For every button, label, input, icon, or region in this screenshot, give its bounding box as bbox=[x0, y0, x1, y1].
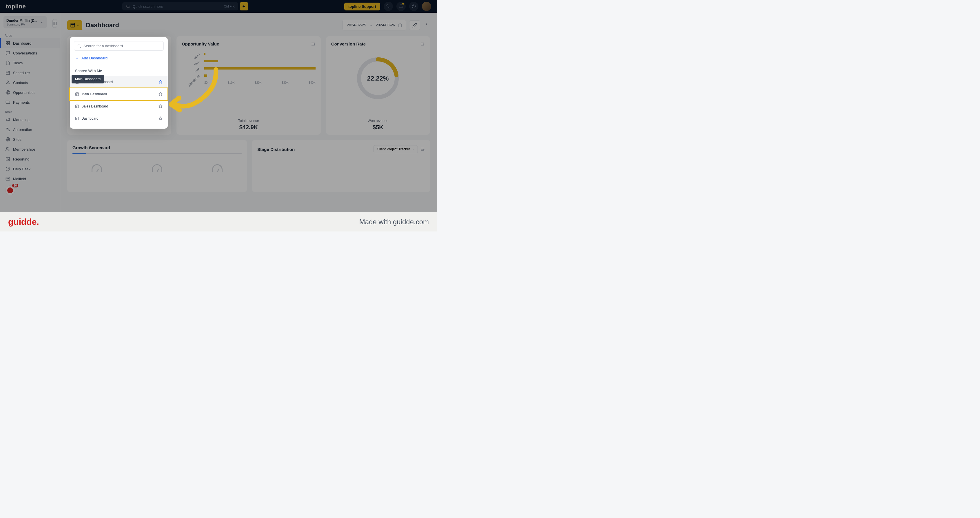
org-switcher[interactable]: Dunder Mifflin [D... Scranton, PA bbox=[3, 16, 47, 29]
svg-rect-18 bbox=[71, 23, 75, 27]
svg-rect-5 bbox=[8, 43, 10, 45]
pencil-icon bbox=[412, 23, 417, 27]
axis-tick: $40K bbox=[309, 81, 315, 84]
layout-icon bbox=[75, 92, 79, 96]
guidde-byline: Made with guidde.com bbox=[359, 218, 429, 226]
conversion-card: Conversion Rate 22.22% Won revenue $5K bbox=[326, 36, 430, 135]
growth-card: Growth Scorecard bbox=[67, 140, 247, 192]
dashboard-picker-button[interactable] bbox=[67, 20, 82, 30]
bar-fill bbox=[204, 60, 218, 62]
help-button[interactable] bbox=[409, 2, 418, 11]
edit-button[interactable] bbox=[409, 20, 420, 30]
quick-action-button[interactable] bbox=[240, 2, 248, 10]
global-search[interactable]: Quick search here Ctrl + K bbox=[122, 2, 238, 10]
target-icon bbox=[5, 90, 10, 95]
org-location: Scranton, PA bbox=[6, 22, 37, 26]
settings-icon[interactable] bbox=[311, 42, 315, 46]
nav-label: Mailfold bbox=[13, 177, 26, 181]
topbar-right: topline Support bbox=[344, 2, 431, 11]
svg-point-14 bbox=[6, 148, 8, 149]
svg-rect-12 bbox=[6, 101, 10, 103]
arrow-right-icon: → bbox=[369, 23, 373, 27]
calendar-icon bbox=[398, 23, 402, 27]
help-icon bbox=[5, 167, 10, 171]
conversion-donut: 22.22% bbox=[331, 55, 425, 102]
svg-rect-33 bbox=[76, 117, 79, 120]
page-title: Dashboard bbox=[86, 21, 119, 29]
search-icon bbox=[77, 44, 81, 48]
date-range-picker[interactable]: 2024-02-25 → 2024-03-26 bbox=[342, 20, 406, 30]
doc-icon bbox=[5, 60, 10, 65]
nav-label: Payments bbox=[13, 100, 30, 105]
nav-contacts[interactable]: Contacts bbox=[0, 78, 60, 87]
bar-track bbox=[204, 67, 315, 70]
svg-point-22 bbox=[426, 25, 427, 26]
people-icon bbox=[5, 147, 10, 151]
svg-rect-2 bbox=[53, 22, 56, 25]
svg-point-20 bbox=[426, 23, 427, 24]
nav-help-desk[interactable]: Help Desk bbox=[0, 164, 60, 174]
globe-icon bbox=[5, 137, 10, 141]
pin-icon[interactable] bbox=[159, 92, 162, 96]
card-title: Growth Scorecard bbox=[72, 145, 242, 150]
search-placeholder: Quick search here bbox=[133, 4, 222, 9]
nav-label: Reporting bbox=[13, 157, 29, 161]
svg-point-24 bbox=[314, 43, 315, 44]
nav-automation[interactable]: Automation bbox=[0, 125, 60, 134]
support-label: topline Support bbox=[348, 4, 376, 9]
nav-label: Tasks bbox=[13, 61, 22, 65]
panel-toggle[interactable] bbox=[52, 19, 57, 28]
nav-label: Conversations bbox=[13, 51, 37, 55]
dropdown-item-0[interactable]: (Default) DashboardMain Dashboard bbox=[70, 76, 168, 88]
chat-badge: 10 bbox=[12, 184, 18, 187]
svg-rect-4 bbox=[8, 41, 10, 43]
phone-button[interactable] bbox=[383, 2, 393, 11]
layout-icon bbox=[75, 104, 79, 108]
dropdown-item-3[interactable]: Dashboard bbox=[70, 113, 168, 125]
metric-label: Won revenue bbox=[326, 119, 430, 123]
search-icon bbox=[126, 4, 130, 9]
dropdown-item-1[interactable]: Main Dashboard bbox=[70, 88, 168, 100]
nav-scheduler[interactable]: Scheduler bbox=[0, 68, 60, 78]
card-title: Stage Distribution bbox=[257, 147, 295, 152]
nav-conversations[interactable]: Conversations bbox=[0, 48, 60, 58]
settings-icon[interactable] bbox=[420, 42, 425, 46]
notification-button[interactable] bbox=[396, 2, 406, 11]
settings-icon[interactable] bbox=[420, 147, 425, 151]
report-icon bbox=[5, 157, 10, 161]
more-button[interactable] bbox=[423, 21, 430, 30]
pin-icon[interactable] bbox=[159, 80, 162, 84]
nav-memberships[interactable]: Memberships bbox=[0, 144, 60, 154]
pin-icon[interactable] bbox=[159, 104, 162, 108]
section-apps: Apps bbox=[0, 31, 60, 38]
svg-point-8 bbox=[7, 81, 8, 82]
org-text: Dunder Mifflin [D... Scranton, PA bbox=[6, 19, 37, 26]
nav-payments[interactable]: Payments bbox=[0, 97, 60, 107]
svg-point-29 bbox=[78, 44, 80, 47]
nav-sites[interactable]: Sites bbox=[0, 134, 60, 144]
nav-reporting[interactable]: Reporting bbox=[0, 154, 60, 164]
add-dashboard-button[interactable]: Add Dashboard bbox=[70, 54, 168, 63]
notification-dot bbox=[402, 3, 404, 5]
nav-dashboard[interactable]: Dashboard bbox=[0, 38, 60, 48]
search-shortcut: Ctrl + K bbox=[224, 5, 235, 8]
nav-label: Contacts bbox=[13, 81, 28, 85]
dashboard-dropdown: Search for a dashboard Add Dashboard Sha… bbox=[70, 37, 168, 129]
svg-rect-7 bbox=[6, 71, 10, 75]
svg-point-25 bbox=[423, 43, 424, 44]
support-button[interactable]: topline Support bbox=[344, 3, 380, 10]
user-avatar[interactable] bbox=[422, 2, 431, 11]
opportunity-chart: OpenWonLostAbandoned$0$10K$20K$30K$40K bbox=[182, 52, 315, 84]
nav-mailfold[interactable]: Mailfold bbox=[0, 174, 60, 184]
pin-icon[interactable] bbox=[159, 116, 162, 121]
nav-opportunities[interactable]: Opportunities bbox=[0, 87, 60, 97]
dd-label: Sales Dashboard bbox=[81, 104, 108, 108]
nav-marketing[interactable]: Marketing bbox=[0, 115, 60, 125]
dropdown-search[interactable]: Search for a dashboard bbox=[74, 41, 164, 51]
header-right: 2024-02-25 → 2024-03-26 bbox=[342, 20, 430, 30]
nav-tasks[interactable]: Tasks bbox=[0, 58, 60, 68]
tracker-select[interactable]: Client Project Tracker bbox=[374, 145, 418, 153]
dropdown-item-2[interactable]: Sales Dashboard bbox=[70, 100, 168, 113]
metric-label: Total revenue bbox=[177, 119, 321, 123]
bolt-icon bbox=[242, 4, 246, 8]
